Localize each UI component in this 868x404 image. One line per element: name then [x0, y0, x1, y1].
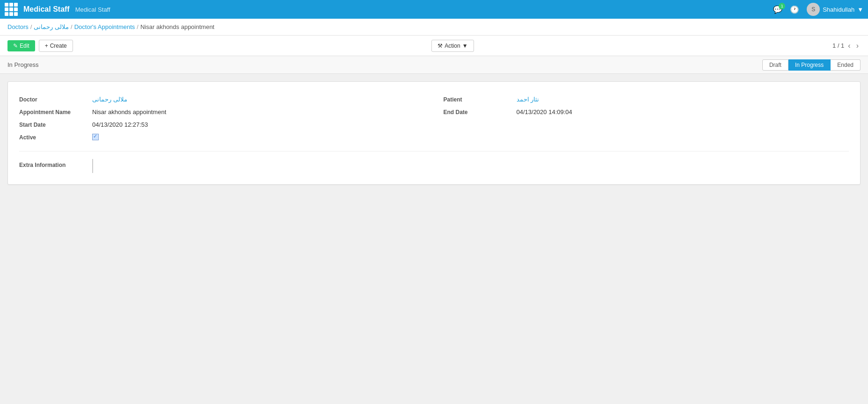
topbar-right: 💬 1 🕐 S Shahidullah ▼	[773, 3, 863, 16]
start-date-value: 04/13/2020 12:27:53	[92, 121, 148, 128]
notification-badge: 1	[779, 3, 785, 9]
end-date-label: End Date	[444, 108, 509, 115]
topbar-left: Medical Staff Medical Staff	[5, 3, 110, 16]
breadcrumb-doctor-name[interactable]: ملالی رحمانی	[34, 23, 69, 30]
edit-button[interactable]: ✎ Edit	[7, 40, 35, 51]
edit-icon: ✎	[13, 43, 18, 49]
pagination-prev[interactable]: ‹	[846, 41, 852, 51]
action-button[interactable]: ⚒ Action ▼	[431, 40, 474, 52]
patient-value[interactable]: نثار احمد	[517, 96, 540, 103]
status-in-progress[interactable]: In Progress	[788, 59, 831, 71]
end-date-value: 04/13/2020 14:09:04	[517, 108, 572, 115]
module-name: Medical Staff	[75, 6, 110, 13]
app-title: Medical Staff	[23, 5, 70, 14]
extra-info-section: Extra Information	[19, 159, 849, 173]
pagination-count: 1 / 1	[832, 42, 844, 49]
pagination: 1 / 1 ‹ ›	[832, 41, 861, 51]
extra-info-label: Extra Information	[19, 159, 85, 168]
status-buttons: Draft In Progress Ended	[762, 59, 861, 71]
breadcrumb-sep-3: /	[137, 23, 139, 30]
breadcrumb-appointments[interactable]: Doctor's Appointments	[74, 23, 135, 30]
field-start-date: Start Date 04/13/2020 12:27:53	[19, 118, 425, 131]
plus-icon: +	[45, 43, 48, 49]
user-dropdown-icon[interactable]: ▼	[857, 6, 863, 13]
main-content: Doctor ملالی رحمانی Appointment Name Nis…	[0, 74, 868, 404]
topbar: Medical Staff Medical Staff 💬 1 🕐 S Shah…	[0, 0, 868, 19]
action-dropdown-icon: ▼	[462, 43, 468, 49]
doctor-label: Doctor	[19, 96, 85, 103]
field-doctor: Doctor ملالی رحمانی	[19, 93, 425, 106]
section-divider	[19, 151, 849, 152]
toolbar: ✎ Edit + Create ⚒ Action ▼ 1 / 1 ‹ ›	[0, 36, 868, 56]
username: Shahidullah	[823, 6, 854, 13]
field-active: Active	[19, 131, 425, 144]
create-label: Create	[50, 43, 67, 49]
action-label: Action	[445, 43, 460, 49]
pagination-next[interactable]: ›	[854, 41, 861, 51]
avatar: S	[807, 3, 820, 16]
extra-info-box[interactable]	[92, 159, 849, 173]
patient-label: Patient	[444, 96, 509, 103]
active-label: Active	[19, 134, 85, 141]
start-date-label: Start Date	[19, 121, 85, 128]
apps-grid-icon[interactable]	[5, 3, 18, 16]
form-section-main: Doctor ملالی رحمانی Appointment Name Nis…	[19, 93, 849, 144]
edit-label: Edit	[20, 43, 29, 49]
form-left: Doctor ملالی رحمانی Appointment Name Nis…	[19, 93, 425, 144]
breadcrumb-sep-2: /	[71, 23, 73, 30]
breadcrumb-doctors[interactable]: Doctors	[7, 23, 29, 30]
chat-icon[interactable]: 💬 1	[773, 5, 782, 14]
breadcrumb-sep-1: /	[30, 23, 32, 30]
field-appointment-name: Appointment Name Nisar akhonds appointme…	[19, 106, 425, 118]
breadcrumb: Doctors / ملالی رحمانی / Doctor's Appoin…	[0, 19, 868, 36]
create-button[interactable]: + Create	[39, 40, 73, 52]
form-right: Patient نثار احمد End Date 04/13/2020 14…	[444, 93, 849, 144]
current-status-label: In Progress	[7, 61, 38, 68]
appointment-name-value: Nisar akhonds appointment	[92, 108, 166, 115]
appointment-name-label: Appointment Name	[19, 108, 85, 115]
user-menu[interactable]: S Shahidullah ▼	[807, 3, 863, 16]
doctor-value[interactable]: ملالی رحمانی	[92, 96, 127, 103]
breadcrumb-current: Nisar akhonds appointment	[140, 23, 214, 30]
status-bar: In Progress Draft In Progress Ended	[0, 56, 868, 74]
clock-icon[interactable]: 🕐	[790, 5, 799, 14]
status-ended[interactable]: Ended	[831, 59, 861, 71]
wrench-icon: ⚒	[438, 43, 443, 49]
field-patient: Patient نثار احمد	[444, 93, 849, 106]
status-draft[interactable]: Draft	[762, 59, 788, 71]
active-checkbox[interactable]	[92, 134, 99, 140]
field-end-date: End Date 04/13/2020 14:09:04	[444, 106, 849, 118]
record-card: Doctor ملالی رحمانی Appointment Name Nis…	[7, 81, 861, 185]
